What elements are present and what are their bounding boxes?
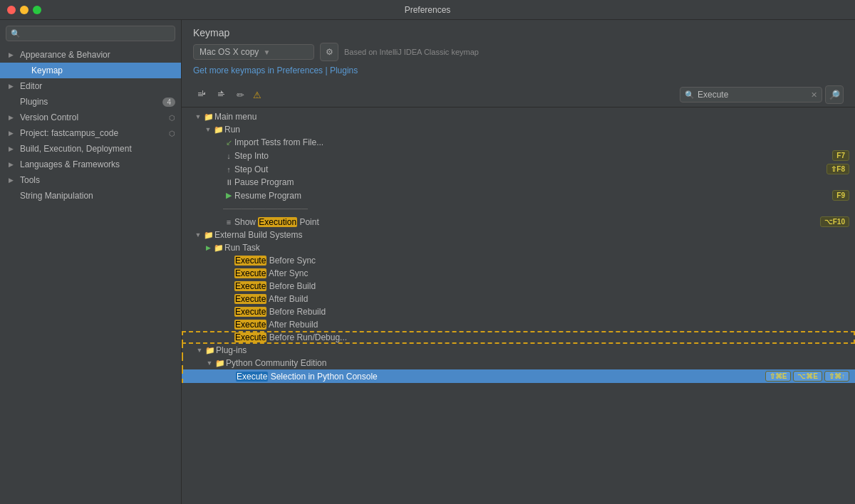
plugins-link[interactable]: Plugins bbox=[330, 65, 358, 75]
tree-node-label: Show Execution Point bbox=[234, 217, 820, 227]
highlight-execute: Execute bbox=[234, 320, 266, 330]
edit-icon: ✏ bbox=[237, 90, 244, 100]
action-icon: ↙ bbox=[223, 138, 234, 147]
tree-node-label: Python Community Edition bbox=[226, 358, 849, 368]
tree-node-external-build[interactable]: ▼ 📁 External Build Systems bbox=[182, 229, 855, 241]
chevron-right-icon: ▶ bbox=[9, 83, 17, 90]
sidebar-item-label: String Manipulation bbox=[20, 191, 93, 201]
tree-node-exec-before-rebuild[interactable]: ▶ Execute Before Rebuild bbox=[182, 305, 855, 318]
sidebar-item-plugins[interactable]: ▶ Plugins 4 bbox=[0, 94, 181, 110]
tree-node-python-ce[interactable]: ▼ 📁 Python Community Edition bbox=[182, 357, 855, 369]
svg-marker-8 bbox=[221, 90, 224, 93]
tree-node-show-execution[interactable]: ▶ ≡ Show Execution Point ⌥F10 bbox=[182, 215, 855, 229]
tree-node-exec-after-sync[interactable]: ▶ Execute After Sync bbox=[182, 267, 855, 280]
tree-node-main-menu[interactable]: ▼ 📁 Main menu bbox=[182, 110, 855, 123]
tree-node-label: Import Tests from File... bbox=[234, 137, 849, 147]
collapse-arrow-icon: ▼ bbox=[204, 359, 214, 367]
tree-node-exec-after-build[interactable]: ▶ Execute After Build bbox=[182, 293, 855, 305]
sidebar-item-keymap[interactable]: ▶ Keymap bbox=[0, 63, 181, 78]
sidebar-item-build[interactable]: ▶ Build, Execution, Deployment bbox=[0, 141, 181, 157]
tree-node-exec-after-rebuild[interactable]: ▶ Execute After Rebuild bbox=[182, 318, 855, 331]
sidebar-item-languages[interactable]: ▶ Languages & Frameworks bbox=[0, 157, 181, 172]
main-layout: 🔍 ▶ Appearance & Behavior ▶ Keymap ▶ Edi… bbox=[0, 20, 855, 504]
highlight-execute: Execute bbox=[234, 268, 266, 278]
key-badge-1: ⇧⌘E bbox=[765, 371, 792, 382]
keymap-value: Mac OS X copy bbox=[200, 47, 259, 57]
tree-node-label: Main menu bbox=[214, 112, 849, 122]
collapse-all-icon bbox=[197, 89, 208, 100]
tree-node-run-task[interactable]: ▶ 📁 Run Task bbox=[182, 241, 855, 254]
key-badge: ⇧F8 bbox=[826, 164, 849, 174]
key-badge-3: ⇧⌘↑ bbox=[824, 371, 849, 382]
tree-node-exec-before-sync[interactable]: ▶ Execute Before Sync bbox=[182, 254, 855, 267]
sidebar-item-tools[interactable]: ▶ Tools bbox=[0, 172, 181, 188]
keymap-title: Keymap bbox=[193, 27, 844, 38]
tree-node-plugins[interactable]: ▼ 📁 Plug-ins bbox=[182, 344, 855, 357]
sidebar-item-label: Appearance & Behavior bbox=[20, 50, 110, 60]
title-bar: Preferences bbox=[0, 0, 855, 20]
sidebar-item-string[interactable]: ▶ String Manipulation bbox=[0, 188, 181, 204]
svg-rect-7 bbox=[218, 95, 223, 96]
folder-icon: 📁 bbox=[203, 231, 214, 240]
tree-node-label: Execute Before Run/Debug... bbox=[234, 332, 849, 342]
sidebar-item-editor[interactable]: ▶ Editor bbox=[0, 78, 181, 94]
tree-node-label: Plug-ins bbox=[216, 345, 849, 355]
search-input[interactable] bbox=[698, 90, 808, 100]
sidebar-item-appearance[interactable]: ▶ Appearance & Behavior bbox=[0, 47, 181, 63]
maximize-button[interactable] bbox=[33, 6, 41, 14]
svg-rect-3 bbox=[202, 90, 203, 94]
search-field-icon: 🔍 bbox=[685, 90, 695, 100]
sidebar-search-box[interactable]: 🔍 bbox=[6, 26, 175, 41]
tree-node-label: Execute Selection in Python Console bbox=[236, 372, 765, 382]
dropdown-arrow-icon: ▼ bbox=[263, 48, 270, 56]
chevron-right-icon: ▶ bbox=[9, 145, 17, 152]
keymap-dropdown[interactable]: Mac OS X copy ▼ bbox=[193, 44, 314, 60]
tree-node-run-group[interactable]: ▼ 📁 Run bbox=[182, 123, 855, 136]
tree-node-resume-program[interactable]: ▶ ▶ Resume Program F9 bbox=[182, 189, 855, 202]
collapse-all-button[interactable] bbox=[193, 87, 212, 103]
warning-button[interactable]: ⚠ bbox=[249, 88, 265, 103]
search-field[interactable]: 🔍 ✕ bbox=[680, 87, 822, 103]
close-button[interactable] bbox=[7, 6, 16, 14]
expand-all-icon bbox=[217, 89, 228, 100]
folder-icon: 📁 bbox=[204, 346, 216, 355]
sidebar-item-label: Version Control bbox=[20, 112, 78, 122]
chevron-right-icon: ▶ bbox=[9, 51, 17, 58]
tree-node-label: Execute After Rebuild bbox=[234, 320, 849, 330]
key-badge: F7 bbox=[832, 150, 849, 161]
chevron-right-icon: ▶ bbox=[9, 161, 17, 168]
collapse-arrow-icon: ▼ bbox=[203, 126, 213, 133]
find-usages-button[interactable]: 🔎 bbox=[825, 85, 844, 104]
highlight-execute: Execute bbox=[234, 332, 266, 342]
execution-icon: ≡ bbox=[223, 218, 234, 226]
tree-node-exec-selection[interactable]: ▶ Execute Selection in Python Console ⇧⌘… bbox=[182, 369, 855, 383]
tree-node-import-tests[interactable]: ▶ ↙ Import Tests from File... bbox=[182, 136, 855, 149]
folder-icon: 📁 bbox=[203, 112, 214, 122]
key-badge: F9 bbox=[832, 190, 849, 201]
expand-arrow-icon: ▶ bbox=[203, 244, 213, 251]
minimize-button[interactable] bbox=[20, 6, 28, 14]
tree-node-exec-before-run[interactable]: ▶ Execute Before Run/Debug... bbox=[182, 331, 855, 344]
chevron-right-icon: ▶ bbox=[9, 114, 17, 121]
highlight-execute: Execute bbox=[234, 256, 266, 266]
tree-node-label: External Build Systems bbox=[214, 230, 849, 240]
keymaps-link-row: Get more keymaps in Preferences | Plugin… bbox=[193, 65, 844, 75]
tree-node-exec-before-build[interactable]: ▶ Execute Before Build bbox=[182, 280, 855, 293]
tree-node-step-out[interactable]: ▶ ↑ Step Out ⇧F8 bbox=[182, 162, 855, 176]
separator-label: ────────────── bbox=[223, 204, 849, 214]
gear-button[interactable]: ⚙ bbox=[320, 43, 338, 61]
sidebar-search-icon: 🔍 bbox=[11, 29, 21, 38]
search-right-group: 🔍 ✕ 🔎 bbox=[680, 85, 844, 104]
tree-node-pause-program[interactable]: ▶ ⏸ Pause Program bbox=[182, 176, 855, 189]
sidebar-search-input[interactable] bbox=[24, 28, 170, 38]
step-into-icon: ↓ bbox=[223, 152, 234, 160]
expand-all-button[interactable] bbox=[213, 87, 232, 103]
tree-node-separator: ▶ ────────────── bbox=[182, 202, 855, 215]
get-more-keymaps-link[interactable]: Get more keymaps in Preferences bbox=[193, 65, 323, 75]
tree-node-step-into[interactable]: ▶ ↓ Step Into F7 bbox=[182, 149, 855, 162]
clear-search-button[interactable]: ✕ bbox=[811, 90, 817, 100]
edit-button[interactable]: ✏ bbox=[233, 88, 248, 103]
sidebar-item-version-control[interactable]: ▶ Version Control ⬡ bbox=[0, 110, 181, 125]
sidebar-item-project[interactable]: ▶ Project: fastcampus_code ⬡ bbox=[0, 125, 181, 141]
highlight-execution: Execution bbox=[258, 217, 297, 227]
